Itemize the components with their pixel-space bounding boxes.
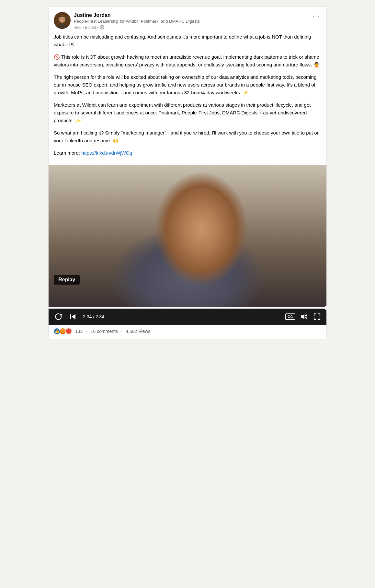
volume-button[interactable] [299, 312, 309, 322]
svg-marker-12 [72, 314, 75, 319]
post-header: Justine Jordan People-First Leadership f… [49, 7, 326, 33]
avatar[interactable] [54, 12, 71, 29]
reaction-icons: 👍 🧡 ❤️ [54, 328, 72, 335]
svg-marker-10 [59, 313, 62, 315]
svg-rect-3 [60, 18, 61, 18]
post-age: 4mo • Edited • [74, 25, 98, 30]
separator-2: · [121, 328, 122, 334]
video-person [49, 165, 326, 307]
author-info: Justine Jordan People-First Leadership f… [74, 12, 200, 30]
more-options-button[interactable]: ··· [311, 12, 321, 19]
cc-button[interactable]: CC [285, 313, 295, 320]
skip-back-button[interactable] [68, 312, 78, 322]
time-display: 2:34 / 2:34 [83, 314, 104, 319]
paragraph-2: 🚫 This role is NOT about growth hacking … [54, 53, 321, 69]
reaction-count: 133 [75, 329, 83, 334]
post-meta: 4mo • Edited • [74, 25, 200, 30]
progress-bar[interactable] [49, 307, 326, 309]
fullscreen-button[interactable] [312, 312, 322, 322]
like-reaction-icon: 👍 [54, 328, 60, 335]
video-thumbnail[interactable]: Replay [49, 165, 326, 307]
paragraph-4: Marketers at Wildbit can learn and exper… [54, 101, 321, 124]
controls-right: CC [285, 312, 322, 322]
video-container[interactable]: Replay [49, 165, 326, 325]
author-name[interactable]: Justine Jordan [74, 12, 200, 19]
post-header-left: Justine Jordan People-First Leadership f… [54, 12, 200, 30]
controls-row: 2:34 / 2:34 CC [49, 309, 326, 325]
progress-thumb [324, 306, 327, 310]
love-reaction-icon: ❤️ [65, 328, 72, 335]
separator-1: · [86, 328, 87, 334]
svg-rect-11 [70, 314, 71, 319]
author-title: People-First Leadership for Wildbit, Pos… [74, 19, 200, 24]
post-body: Job titles can be misleading and confusi… [49, 33, 326, 165]
support-reaction-icon: 🧡 [60, 328, 66, 335]
svg-marker-13 [301, 314, 304, 319]
views-count: 4,502 Views [126, 329, 150, 334]
progress-bar-fill [49, 307, 326, 309]
video-controls: 2:34 / 2:34 CC [49, 307, 326, 325]
replay-button[interactable] [53, 311, 64, 322]
paragraph-3: The right person for this role will be e… [54, 73, 321, 97]
svg-rect-4 [63, 18, 65, 18]
comments-link[interactable]: 16 comments [91, 329, 118, 334]
post-text: Job titles can be misleading and confusi… [54, 33, 321, 157]
replay-badge[interactable]: Replay [54, 275, 80, 285]
globe-icon [100, 25, 104, 30]
paragraph-1: Job titles can be misleading and confusi… [54, 33, 321, 49]
post-footer: 👍 🧡 ❤️ 133 · 16 comments · 4,502 Views [49, 325, 326, 339]
post-external-link[interactable]: https://lnkd.in/drWjWCq [81, 150, 132, 156]
post-card: Justine Jordan People-First Leadership f… [48, 6, 327, 339]
paragraph-5: So what am I calling it? Simply "marketi… [54, 129, 321, 145]
paragraph-6: Learn more: https://lnkd.in/drWjWCq [54, 149, 321, 157]
